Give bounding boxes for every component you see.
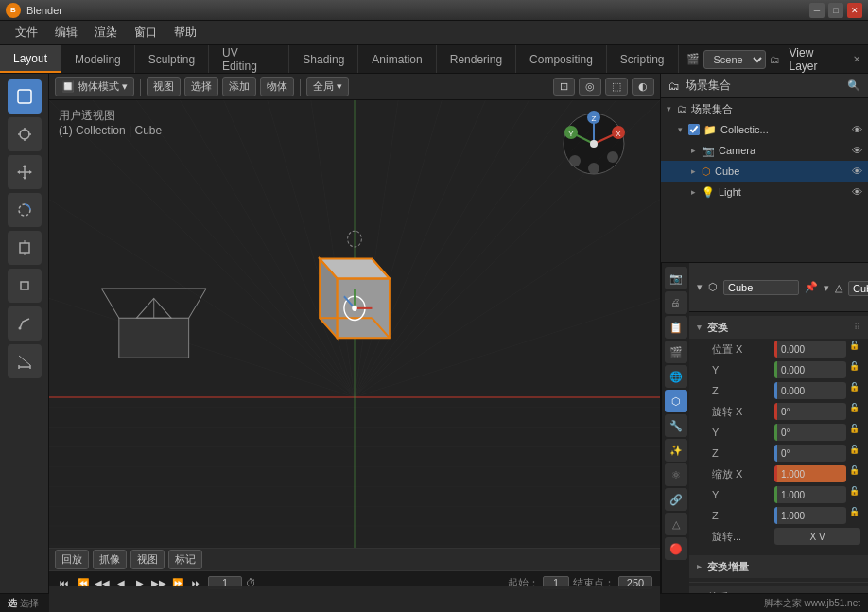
snap-btn[interactable]: ⊡ (553, 78, 575, 96)
tool-rotate[interactable] (8, 193, 42, 227)
tool-transform[interactable] (8, 269, 42, 303)
menu-window[interactable]: 窗口 (127, 22, 165, 44)
position-z-xyz: 0.000 🔓 (774, 382, 860, 399)
scale-y[interactable]: 1.000 (774, 486, 846, 503)
view-menu[interactable]: 视图 (147, 77, 181, 96)
tab-modeling[interactable]: Modeling (61, 45, 135, 73)
scale-x[interactable]: 1.000 (774, 465, 846, 482)
prop-tab-constraints[interactable]: 🔗 (665, 488, 687, 511)
scale-z[interactable]: 1.000 (774, 507, 846, 524)
tool-select[interactable] (8, 79, 42, 114)
tool-measure[interactable] (8, 344, 42, 378)
tab-rendering[interactable]: Rendering (437, 45, 516, 73)
rot-y[interactable]: 0° (774, 424, 846, 441)
position-xyz: 0.000 🔓 (774, 341, 860, 358)
prop-tab-particles[interactable]: ✨ (665, 439, 687, 462)
tab-compositing[interactable]: Compositing (516, 45, 607, 73)
props-pin[interactable]: 📌 (805, 281, 818, 293)
menu-render[interactable]: 渲染 (87, 22, 125, 44)
menu-edit[interactable]: 编辑 (47, 22, 85, 44)
timeline-view-btn[interactable]: 视图 (130, 550, 165, 569)
transform-header[interactable]: ▾ 变换 ⠿ (689, 316, 868, 339)
collection-eye: 👁 (852, 124, 862, 135)
tab-uv-editing[interactable]: UV Editing (209, 45, 289, 73)
rot-x-lock[interactable]: 🔓 (849, 403, 860, 420)
transform-delta-header[interactable]: ▸ 变换增量 (689, 555, 868, 578)
select-menu[interactable]: 选择 (184, 77, 218, 96)
tab-layout[interactable]: Layout (0, 45, 61, 73)
titlebar-controls[interactable]: ─ □ ✕ (809, 3, 862, 18)
camera-icon: 📷 (702, 145, 715, 157)
menu-file[interactable]: 文件 (8, 22, 45, 44)
rot-y-lock[interactable]: 🔓 (849, 424, 860, 441)
scale-x-lock[interactable]: 🔓 (849, 465, 860, 482)
right-panel: 🗂 场景集合 🔍 ▾ 🗂 场景集合 ▾ 📁 Collectic... 👁 ▸ 📷 (660, 74, 868, 612)
outliner-item-camera[interactable]: ▸ 📷 Camera 👁 (661, 140, 868, 161)
prop-tab-output[interactable]: 🖨 (665, 291, 687, 314)
render-mode-btn[interactable]: ◐ (632, 78, 654, 96)
tool-annotation[interactable] (8, 306, 42, 341)
scale-y-xyz: 1.000 🔓 (774, 486, 860, 503)
view-layer-close[interactable]: ✕ (853, 54, 860, 64)
tool-scale[interactable] (8, 231, 42, 265)
tab-sculpting[interactable]: Sculpting (135, 45, 209, 73)
viewport-3d[interactable]: 🔲 物体模式 ▾ 视图 选择 添加 物体 全局 ▾ ⊡ ◎ ⬚ ◐ (49, 74, 660, 612)
collection-visible-check[interactable] (688, 124, 700, 135)
prop-tab-scene[interactable]: 🎬 (665, 341, 687, 363)
xray-btn[interactable]: ⬚ (605, 78, 628, 96)
tool-move[interactable] (8, 155, 42, 189)
prop-tab-material[interactable]: 🔴 (665, 537, 687, 560)
mesh-name-input[interactable] (848, 281, 868, 296)
render-layer-icon: 🗂 (770, 54, 780, 65)
global-btn[interactable]: 全局 ▾ (306, 77, 349, 96)
outliner-item-collection[interactable]: ▾ 📁 Collectic... 👁 (661, 119, 868, 140)
playback-btn[interactable]: 回放 (55, 550, 89, 569)
menu-help[interactable]: 帮助 (166, 22, 204, 44)
tab-scripting[interactable]: Scripting (607, 45, 679, 73)
prop-tab-world[interactable]: 🌐 (665, 365, 687, 388)
rot-z-lock[interactable]: 🔓 (849, 445, 860, 462)
prop-tab-view-layer[interactable]: 📋 (665, 316, 687, 339)
maximize-button[interactable]: □ (828, 3, 843, 18)
minimize-button[interactable]: ─ (809, 3, 825, 18)
prop-tab-data[interactable]: △ (665, 513, 687, 535)
scene-select[interactable]: Scene (703, 50, 766, 69)
titlebar-title: Blender (26, 5, 62, 16)
outliner-item-light[interactable]: ▸ 💡 Light 👁 (661, 182, 868, 202)
prop-tab-modifiers[interactable]: 🔧 (665, 414, 687, 437)
outliner-item-cube[interactable]: ▸ ⬡ Cube 👁 (661, 161, 868, 182)
viewport-gizmo[interactable]: Z X Y (556, 106, 632, 182)
pos-y[interactable]: 0.000 (774, 361, 846, 378)
tab-animation[interactable]: Animation (358, 45, 436, 73)
rotation-mode-select[interactable]: X V (774, 528, 860, 545)
markers-btn[interactable]: 标记 (168, 550, 202, 569)
prop-tab-object[interactable]: ⬡ (665, 390, 687, 412)
pos-x-lock[interactable]: 🔓 (849, 341, 860, 358)
tool-cursor[interactable] (8, 117, 42, 151)
pos-y-lock[interactable]: 🔓 (849, 361, 860, 378)
svg-point-83 (590, 140, 598, 148)
add-menu[interactable]: 添加 (222, 77, 256, 96)
object-menu[interactable]: 物体 (260, 77, 294, 96)
pos-z-lock[interactable]: 🔓 (849, 382, 860, 399)
prop-tab-render[interactable]: 📷 (665, 267, 687, 289)
status-select: 选 选择 (8, 597, 39, 610)
outliner-item-scene-collection[interactable]: ▾ 🗂 场景集合 (661, 98, 868, 119)
position-y-xyz: 0.000 🔓 (774, 361, 860, 378)
prop-tab-physics[interactable]: ⚛ (665, 463, 687, 486)
watermark: 脚本之家 www.jb51.net (764, 597, 860, 610)
scale-z-lock[interactable]: 🔓 (849, 507, 860, 524)
mode-select[interactable]: 🔲 物体模式 ▾ (55, 77, 134, 96)
tab-shading[interactable]: Shading (289, 45, 358, 73)
outliner-search[interactable]: 🔍 (847, 79, 860, 92)
rot-x[interactable]: 0° (774, 403, 846, 420)
rotation-y-xyz: 0° 🔓 (774, 424, 860, 441)
pos-x[interactable]: 0.000 (774, 341, 846, 358)
close-button[interactable]: ✕ (847, 3, 862, 18)
pos-z[interactable]: 0.000 (774, 382, 846, 399)
rot-z[interactable]: 0° (774, 445, 846, 462)
object-name-input[interactable] (723, 280, 799, 295)
scale-y-lock[interactable]: 🔓 (849, 486, 860, 503)
proportional-btn[interactable]: ◎ (579, 78, 601, 96)
keying-btn[interactable]: 抓像 (93, 550, 127, 569)
